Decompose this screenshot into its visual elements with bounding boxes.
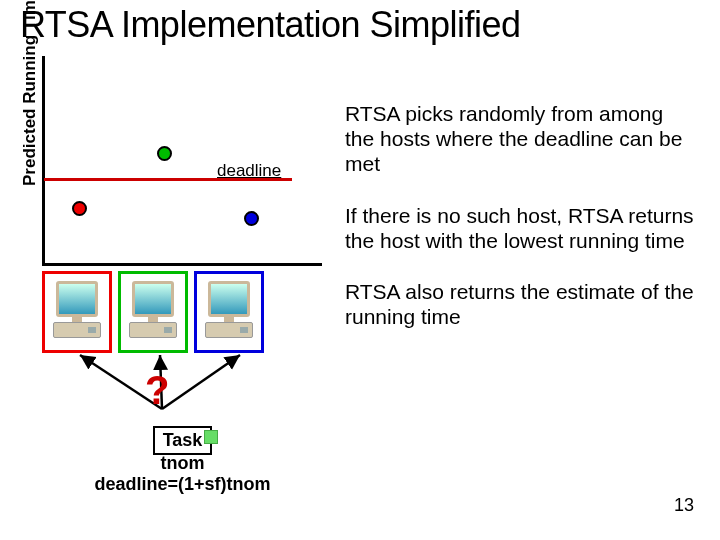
- arrows-to-task: [42, 351, 302, 411]
- task-box: Task tnom deadline=(1+sf)tnom: [80, 426, 285, 495]
- desc-p1: RTSA picks randomly from among the hosts…: [345, 101, 697, 177]
- page-number: 13: [674, 495, 694, 516]
- desc-p2: If there is no such host, RTSA returns t…: [345, 203, 697, 253]
- hosts-row: [42, 271, 264, 353]
- x-axis: [42, 263, 322, 266]
- y-axis-label: Predicted Running Time: [20, 0, 40, 186]
- task-tnom: tnom: [80, 453, 285, 474]
- content-area: Predicted Running Time deadline: [0, 46, 720, 526]
- task-title-box: Task: [153, 426, 213, 455]
- computer-icon: [53, 281, 101, 343]
- host-green: [118, 271, 188, 353]
- green-swatch-icon: [204, 430, 218, 444]
- deadline-label: deadline: [217, 161, 281, 181]
- task-deadline-formula: deadline=(1+sf)tnom: [80, 474, 285, 495]
- desc-p3: RTSA also returns the estimate of the ru…: [345, 279, 697, 329]
- host-red: [42, 271, 112, 353]
- computer-icon: [129, 281, 177, 343]
- task-title: Task: [163, 430, 203, 450]
- running-time-chart: deadline: [42, 56, 322, 266]
- page-title: RTSA Implementation Simplified: [20, 4, 720, 46]
- description-text: RTSA picks randomly from among the hosts…: [345, 101, 697, 355]
- point-blue-host: [244, 211, 259, 226]
- question-mark-icon: ?: [145, 368, 169, 413]
- computer-icon: [205, 281, 253, 343]
- point-red-host: [72, 201, 87, 216]
- svg-line-2: [162, 355, 240, 409]
- y-axis: [42, 56, 45, 266]
- host-blue: [194, 271, 264, 353]
- point-green-host: [157, 146, 172, 161]
